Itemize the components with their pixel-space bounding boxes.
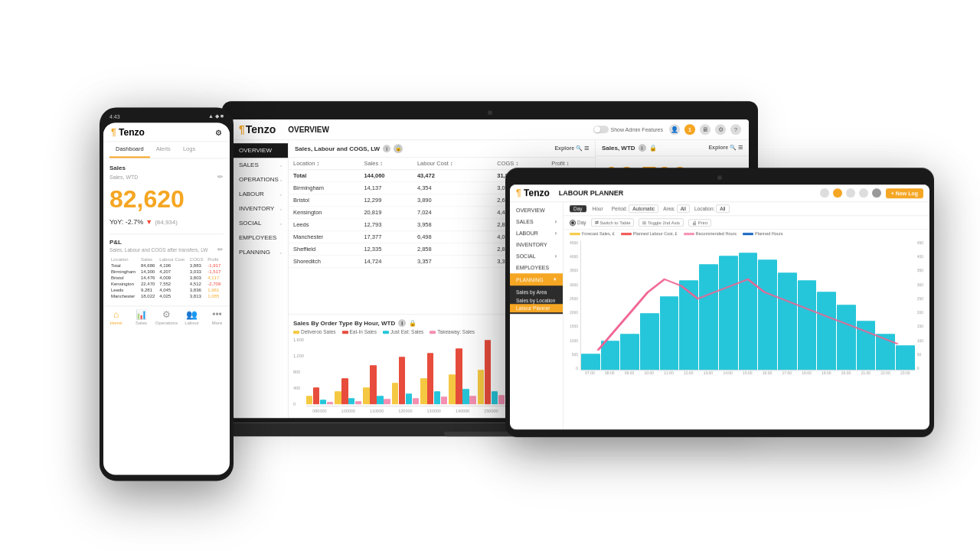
show-admin-toggle[interactable]: Show Admin Features [593, 126, 663, 133]
explore-button[interactable]: Explore 🔍 ☰ [708, 145, 743, 151]
tablet-bar [719, 256, 738, 370]
sidebar-item-sales[interactable]: SALES › [231, 158, 288, 172]
cell-labour: 7,024 [413, 207, 492, 219]
cell-location: Shoreditch [289, 256, 359, 268]
bar-chart-tablet [580, 240, 915, 370]
cell-profit: -1,917 [206, 262, 224, 269]
chart-bar [377, 396, 383, 404]
tablet-bar [817, 292, 836, 370]
chart-bar [441, 396, 447, 404]
tab-logs[interactable]: Logs [177, 142, 201, 158]
hour-button[interactable]: Hour [589, 205, 607, 212]
tablet-camera [717, 175, 722, 180]
nav-label: Home [109, 321, 122, 325]
nav-more[interactable]: ••• More [204, 309, 230, 325]
sidebar-item-employees[interactable]: EMPLOYEES [231, 230, 288, 245]
cell-cogs: 3,803 [188, 275, 206, 281]
menu-icon: ☰ [738, 145, 743, 151]
cell-sales: 12,335 [359, 243, 413, 256]
table-panel-header: Sales, Labour and COGS, LW i 🔒 Explore 🔍… [289, 140, 595, 158]
sidebar-item-inventory[interactable]: INVENTORY › [231, 201, 288, 216]
table-title: Sales, Labour and COGS, LW [295, 145, 380, 152]
edit-icon[interactable]: ✏ [217, 246, 224, 253]
info-icon[interactable]: i [383, 145, 390, 152]
x-tick: 19:00 [817, 370, 836, 375]
tab-dashboard[interactable]: Dashboard [109, 142, 150, 158]
explore-button[interactable]: Explore 🔍 ☰ [554, 145, 589, 152]
cell-sales: 17,377 [359, 231, 413, 243]
bell-icon[interactable] [833, 188, 842, 197]
period-filter: Period: Automatic [612, 204, 659, 213]
sub-sales-area[interactable]: Sales by Area [516, 288, 557, 296]
period-select[interactable]: Automatic [629, 204, 658, 213]
info-icon[interactable]: i [639, 144, 646, 152]
location-select[interactable]: All [716, 204, 729, 213]
user-icon[interactable] [820, 188, 829, 197]
x-tick: 10:00 [639, 370, 658, 375]
phone-menu-icon[interactable]: ⚙ [215, 129, 222, 137]
tablet-nav-inventory[interactable]: INVENTORY [510, 239, 563, 250]
cell-profit: 4,117 [206, 275, 224, 281]
area-select[interactable]: All [677, 204, 690, 213]
gear-icon[interactable]: ⚙ [715, 124, 726, 135]
phone-tabs: Dashboard Alerts Logs [103, 142, 230, 158]
x-tick: 11:00 [659, 370, 678, 375]
tab-alerts[interactable]: Alerts [150, 142, 177, 158]
switch-table-btn[interactable]: ⇄ Switch to Table [591, 218, 635, 227]
gear-icon[interactable] [859, 188, 868, 197]
monitor-icon[interactable] [846, 188, 855, 197]
pl-title: P&L [109, 239, 224, 246]
sidebar-label: OVERVIEW [239, 147, 272, 154]
sidebar-item-overview[interactable]: OVERVIEW [231, 143, 288, 158]
tablet-nav-planning[interactable]: PLANNING ▾ [510, 273, 563, 285]
x-tick: 14:00 [718, 370, 737, 375]
chart-bar [384, 399, 390, 404]
col-cogs: COGS [188, 256, 206, 262]
monitor-icon[interactable]: 🖥 [700, 124, 710, 135]
tablet-nav-social[interactable]: SOCIAL › [510, 250, 563, 262]
radio-group: Day [570, 220, 586, 226]
sidebar-item-labour[interactable]: LABOUR › [231, 187, 288, 201]
tablet-nav-overview[interactable]: OVERVIEW [510, 204, 563, 216]
cell-labour: 7,552 [158, 281, 188, 287]
day-button[interactable]: Day [570, 205, 586, 212]
nav-labour[interactable]: 👥 Labour [179, 309, 204, 325]
logo-icon: ¶ [516, 187, 521, 198]
tablet-nav-sales[interactable]: SALES › [510, 216, 563, 227]
legend-color [684, 233, 694, 235]
chart-bar [449, 374, 455, 404]
admin-toggle-switch[interactable] [593, 126, 609, 133]
nav-operations[interactable]: ⚙ Operations [154, 309, 179, 325]
print-btn[interactable]: 🖨 Print [688, 219, 711, 227]
toggle-axis-btn[interactable]: ⊞ Toggle 2nd Axis [639, 218, 684, 227]
sub-labour-planner[interactable]: Labour Planner [510, 304, 563, 312]
notification-badge[interactable]: 1 [684, 124, 695, 135]
cell-labour: 4,045 [158, 287, 188, 293]
cell-sales: 20,819 [359, 207, 413, 219]
cell-location: Total [289, 170, 359, 182]
sidebar-item-operations[interactable]: OPERATIONS › [231, 172, 288, 187]
chevron-icon: ▾ [554, 276, 557, 282]
table-row: Bristol 14,476 4,009 3,803 4,117 [109, 275, 224, 281]
cell-labour: 6,498 [413, 231, 492, 243]
cell-sales: 9,281 [139, 287, 158, 293]
help-icon[interactable] [872, 188, 881, 197]
phone-logo: ¶ Tenzo [111, 127, 145, 138]
tablet-nav-labour[interactable]: LABOUR › [510, 227, 563, 239]
edit-icon[interactable]: ✏ [217, 173, 224, 181]
radio-day[interactable] [570, 220, 576, 226]
nav-home[interactable]: ⌂ Home [103, 309, 129, 325]
nav-sales[interactable]: 📊 Sales [129, 309, 154, 325]
wtd-title: Sales, WTD [602, 145, 635, 152]
user-icon[interactable]: 👤 [669, 124, 680, 135]
cell-labour: 2,858 [413, 243, 492, 256]
new-log-button[interactable]: + New Log [886, 188, 923, 198]
tablet-filters: Day Hour Period: Automatic Area: All [564, 202, 929, 216]
cell-location: Birmingham [109, 269, 139, 275]
help-icon[interactable]: ? [730, 124, 741, 135]
sidebar-item-social[interactable]: SOCIAL › [231, 216, 288, 230]
tablet-nav-employees[interactable]: EMPLOYEES [510, 262, 563, 273]
tablet-bar [620, 334, 639, 370]
sidebar-item-planning[interactable]: PLANNING › [231, 245, 288, 259]
y-axis-right: 450400350300250200150100500 [915, 240, 923, 370]
